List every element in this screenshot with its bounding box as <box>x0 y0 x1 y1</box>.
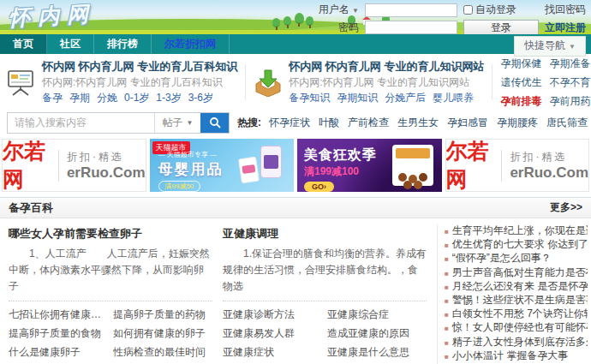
news-link[interactable]: 生育平均年纪上涨，你现在是适龄怀孕 <box>452 224 588 237</box>
auto-login-checkbox[interactable] <box>463 5 473 15</box>
bullet-icon: ■ <box>445 337 449 349</box>
ad-brand-detail: 折扣·精选 erRuo.Com <box>58 150 146 182</box>
promo-link[interactable]: 备孕知识 <box>289 91 330 105</box>
nav-item-home[interactable]: 首页 <box>0 34 47 54</box>
article-link[interactable]: 亚健康诊断方法 <box>223 307 322 322</box>
site-logo[interactable]: 怀内网 <box>8 0 97 33</box>
promo-link[interactable]: 3-6岁 <box>188 91 213 105</box>
article-link[interactable]: 什么是健康卵子 <box>9 345 108 360</box>
login-form: 用户名 ▼ 自动登录 找回密码 密码 登录 立即注册 <box>319 3 586 34</box>
article-link[interactable]: 亚健康症状 <box>223 345 322 360</box>
article-link[interactable]: 七招让你拥有健康卵子 <box>9 307 108 322</box>
news-link[interactable]: 男士声音高低对生育能力是否有影响？ <box>452 266 588 279</box>
password-input[interactable] <box>365 21 457 34</box>
ad-brand-detail: 折扣·精选 erRuo.Com <box>501 150 588 182</box>
search-type-value: 帖子 <box>163 116 183 130</box>
promo-link[interactable]: 婴儿喂养 <box>433 91 474 105</box>
promo-title[interactable]: 怀内网 怀内育儿网 专业的育儿百科知识 <box>42 59 237 75</box>
search-type-select[interactable]: 帖子▼ <box>154 113 200 133</box>
nav-item-community[interactable]: 社区 <box>47 34 94 54</box>
ads-row: 尔若网 折扣·精选 erRuo.Com 天猫超市 — 天猫超市专享 — 母婴用品… <box>0 139 591 192</box>
ad-tagline: 折扣·精选 <box>510 150 588 164</box>
ad-banner-erruo[interactable]: 尔若网 折扣·精选 erRuo.Com <box>2 139 146 192</box>
article-link[interactable]: 性病检查的最佳时间 <box>113 345 212 360</box>
promo-links: 备孕知识 孕期知识 分娩产后 婴儿喂养 <box>289 91 484 105</box>
dotted-divider <box>223 301 427 301</box>
article-link-grid: 亚健康诊断方法 亚健康综合症 亚健康易发人群 造成亚健康的原因 亚健康症状 亚健… <box>223 307 427 364</box>
ad-banner-erruo[interactable]: 尔若网 折扣·精选 erRuo.Com <box>445 139 590 192</box>
ad-banner-tmall[interactable]: 天猫超市 — 天猫超市专享 — 母婴用品 满99减50 <box>150 139 295 192</box>
username-input[interactable] <box>365 3 457 17</box>
news-link[interactable]: 警惕！这些症状不是生病是害喜 <box>452 294 588 307</box>
topic-link[interactable]: 孕前用药 <box>549 94 590 109</box>
promo-link[interactable]: 备孕 <box>42 91 63 105</box>
search-box: 帖子▼ <box>7 112 230 134</box>
article-title-link[interactable]: 哪些女人孕前需要检查卵子 <box>9 227 142 240</box>
register-link[interactable]: 立即注册 <box>545 21 586 35</box>
hot-search-link[interactable]: 叶酸 <box>319 116 339 130</box>
hot-search-link[interactable]: 孕妇感冒 <box>447 116 488 130</box>
article-link[interactable]: 如何拥有健康的卵子 <box>113 326 212 341</box>
tree-icon <box>272 18 280 27</box>
news-link[interactable]: 月经怎么还没有来 是否是怀孕？ <box>452 280 588 293</box>
article-link[interactable]: 亚健康易发人群 <box>223 326 322 341</box>
more-link[interactable]: 更多>> <box>550 200 582 215</box>
promo-link[interactable]: 1-3岁 <box>156 91 181 105</box>
go-button[interactable]: GO› <box>304 182 334 192</box>
news-link[interactable]: “假怀孕”是怎么回事？ <box>452 252 552 265</box>
ad-discount-pill: 满99减50 <box>158 181 201 192</box>
find-password-link[interactable]: 找回密码 <box>545 3 586 17</box>
promo-link[interactable]: 分娩 <box>97 91 117 105</box>
promo-link[interactable]: 分娩产后 <box>385 91 426 105</box>
topic-link[interactable]: 遗传优生 <box>500 75 541 90</box>
ad-banner-food[interactable]: 美食狂欢季 满199减100 GO› <box>297 139 442 192</box>
promo-link[interactable]: 0-1岁 <box>124 91 149 105</box>
article-link[interactable]: 提高卵子质量的食物 <box>9 326 108 341</box>
article-excerpt: 1、人工流产 人工流产后，妊娠突然中断，体内激素水平骤然下降，从而影响卵子 <box>9 246 212 295</box>
news-link[interactable]: 白领女性不用愁 7个诀窍让你轻松受孕 <box>452 307 588 320</box>
bullet-icon: ■ <box>445 253 449 266</box>
username-label[interactable]: 用户名 ▼ <box>319 3 359 17</box>
article-link[interactable]: 提高卵子质量的药物 <box>113 307 212 322</box>
topic-link-hot[interactable]: 孕前排毒 <box>500 94 541 109</box>
section-body: 哪些女人孕前需要检查卵子 1、人工流产 人工流产后，妊娠突然中断，体内激素水平骤… <box>0 218 591 364</box>
search-button[interactable] <box>200 113 229 133</box>
search-input[interactable] <box>8 113 154 133</box>
section-title: 备孕百科 <box>9 200 53 216</box>
hot-search-link[interactable]: 产前检查 <box>348 116 389 130</box>
article-link[interactable]: 亚健康综合症 <box>327 307 427 322</box>
section-header: 备孕百科 更多>> <box>0 198 591 218</box>
topic-link[interactable]: 不孕不育 <box>549 75 590 90</box>
list-item: ■警惕！这些症状不是生病是害喜 <box>445 294 588 307</box>
login-button[interactable]: 登录 <box>463 20 539 34</box>
list-item: ■白领女性不用愁 7个诀窍让你轻松受孕 <box>445 307 588 321</box>
promo-links: 备孕 孕期 分娩 0-1岁 1-3岁 3-6岁 <box>42 91 237 105</box>
hot-search-label: 热搜: <box>237 116 261 130</box>
promo-card-baike: 怀内网 怀内育儿网 专业的育儿百科知识 怀内网:怀内育儿网 专业的育儿百科知识 … <box>5 59 237 105</box>
promo-subtitle: 怀内网:怀内育儿网 专业的育儿百科知识 <box>42 75 237 90</box>
topic-link[interactable]: 孕期准备 <box>549 57 590 71</box>
hot-search-link[interactable]: 孕期腰疼 <box>497 116 538 130</box>
article-title-link[interactable]: 亚健康调理 <box>223 227 278 240</box>
news-link[interactable]: 精子进入女性身体到底存活多久？ <box>452 336 588 349</box>
promo-title[interactable]: 怀内网 怀内育儿网 专业的育儿知识网站 <box>289 59 484 75</box>
hot-search-link[interactable]: 怀孕症状 <box>269 116 310 130</box>
promo-link[interactable]: 孕期知识 <box>337 91 378 105</box>
ad-brand-name: 尔若网 <box>3 139 51 192</box>
article-link[interactable]: 造成亚健康的原因 <box>327 326 427 341</box>
topic-link[interactable]: 孕期保健 <box>500 57 541 71</box>
promo-link[interactable]: 孕期 <box>69 91 90 105</box>
beiyun-baike-section: 备孕百科 更多>> 哪些女人孕前需要检查卵子 1、人工流产 人工流产后，妊娠突然… <box>0 197 591 364</box>
nav-item-ranking[interactable]: 排行榜 <box>94 34 152 54</box>
snack-pack-image <box>392 145 433 186</box>
hot-search-link[interactable]: 唐氏筛查 <box>546 116 588 130</box>
news-link[interactable]: 惊！女人即使停经也有可能怀孕 <box>452 321 588 334</box>
list-item: ■优生优育的七大要求 你达到了吗？ <box>445 238 588 252</box>
quick-nav-button[interactable]: 快捷导航▼ <box>514 36 586 57</box>
chevron-down-icon: ▼ <box>352 7 359 15</box>
nav-item-erruo[interactable]: 尔若折扣网 <box>152 34 230 54</box>
news-link[interactable]: 小小体温计 掌握备孕大事 <box>452 349 568 362</box>
news-link[interactable]: 优生优育的七大要求 你达到了吗？ <box>452 238 588 251</box>
article-link[interactable]: 亚健康是什么意思 <box>327 345 427 360</box>
hot-search-link[interactable]: 生男生女 <box>397 116 439 130</box>
